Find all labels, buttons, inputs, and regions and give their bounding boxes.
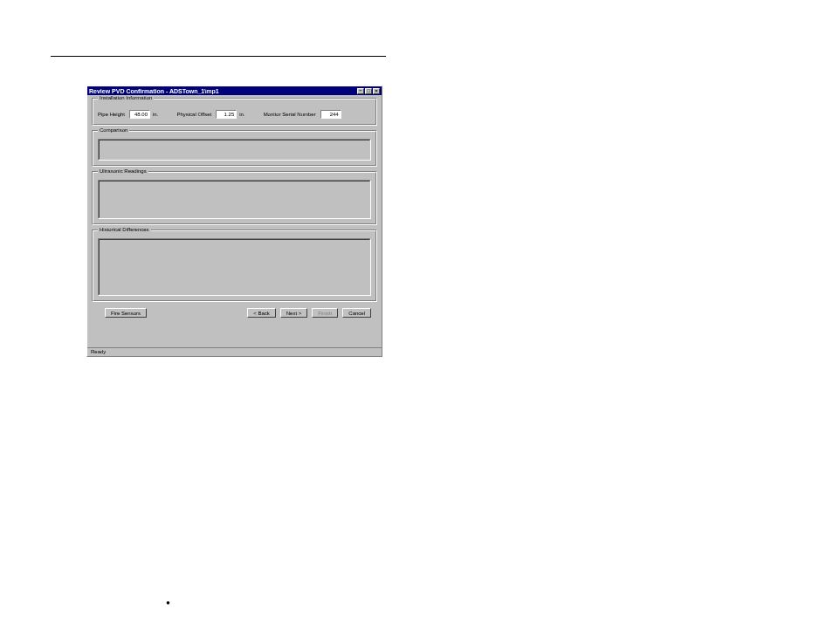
pipe-height-label: Pipe Height (98, 112, 125, 117)
status-text: Ready (91, 349, 106, 354)
back-button[interactable]: < Back (247, 308, 276, 318)
comparison-panel (98, 139, 371, 161)
header-divider (51, 56, 386, 57)
minimize-button[interactable]: − (357, 88, 364, 94)
bullet-mark: ● (166, 599, 170, 606)
physical-offset-input[interactable] (216, 110, 237, 119)
fire-sensors-button[interactable]: Fire Sensors (105, 308, 147, 318)
installation-info-label: Installation Information (98, 95, 154, 100)
readings-label: Ultrasonic Readings (98, 168, 148, 174)
installation-info-group: Installation Information Pipe Height in.… (92, 98, 377, 126)
physical-offset-unit: in. (239, 112, 244, 117)
close-button[interactable]: × (373, 88, 380, 94)
serial-label: Monitor Serial Number (264, 112, 316, 117)
cancel-button[interactable]: Cancel (342, 308, 371, 318)
comparison-group: Comparison (92, 130, 377, 167)
review-pvd-dialog: Review PVD Confirmation - ADSTown_1\mp1 … (86, 86, 382, 357)
pipe-height-input[interactable] (129, 110, 150, 119)
comparison-label: Comparison (98, 127, 129, 133)
historical-differences-group: Historical Differences (92, 230, 377, 302)
historical-label: Historical Differences (98, 227, 151, 232)
status-bar: Ready (87, 347, 382, 356)
readings-panel (98, 180, 371, 219)
window-title: Review PVD Confirmation - ADSTown_1\mp1 (89, 88, 219, 94)
maximize-button[interactable]: □ (365, 88, 372, 94)
finish-button: Finish (312, 308, 338, 318)
serial-input[interactable] (320, 110, 341, 119)
historical-panel (98, 238, 371, 296)
ultrasonic-readings-group: Ultrasonic Readings (92, 171, 377, 225)
title-bar: Review PVD Confirmation - ADSTown_1\mp1 … (87, 86, 382, 95)
button-row: Fire Sensors < Back Next > Finish Cancel (92, 306, 377, 319)
physical-offset-label: Physical Offset (176, 112, 211, 117)
next-button[interactable]: Next > (280, 308, 308, 318)
pipe-height-unit: in. (153, 112, 158, 117)
